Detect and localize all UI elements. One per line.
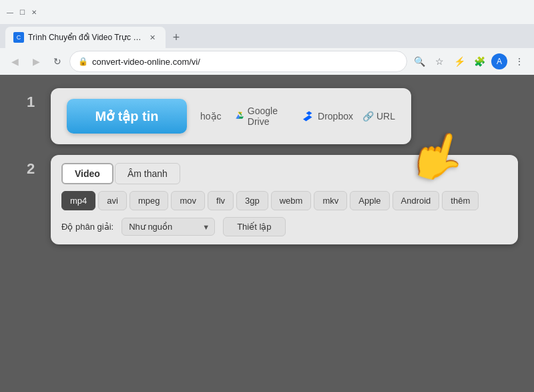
- puzzle-icon[interactable]: 🧩: [470, 52, 489, 71]
- url-link-label: URL: [376, 111, 395, 122]
- extension1-icon[interactable]: ⚡: [450, 52, 469, 71]
- or-text: hoặc: [200, 111, 222, 122]
- open-file-button[interactable]: Mở tập tin: [67, 99, 187, 134]
- format-3gp[interactable]: 3gp: [236, 191, 268, 210]
- dropbox-icon: [303, 110, 315, 122]
- resolution-label: Độ phân giải:: [61, 222, 113, 232]
- tab-close-button[interactable]: ✕: [147, 32, 158, 43]
- google-drive-label: Google Drive: [248, 106, 294, 127]
- maximize-button[interactable]: ☐: [17, 7, 27, 17]
- step2-number: 2: [27, 160, 40, 178]
- format-apple[interactable]: Apple: [350, 191, 389, 210]
- search-icon[interactable]: 🔍: [410, 52, 429, 71]
- dropbox-link[interactable]: Dropbox: [303, 110, 353, 122]
- format-mpeg[interactable]: mpeg: [129, 191, 169, 210]
- resolution-row: Độ phân giải: Như nguồn 1080p 720p 480p …: [61, 217, 507, 236]
- tab-title: Trình Chuyển đổi Video Trực tuy...: [28, 33, 143, 42]
- refresh-button[interactable]: ↻: [48, 52, 67, 71]
- format-buttons: mp4 avi mpeg mov flv 3gp webm mkv Apple …: [61, 191, 507, 210]
- tab-favicon: C: [13, 32, 24, 43]
- url-link[interactable]: 🔗 URL: [362, 111, 395, 122]
- format-more[interactable]: thêm: [442, 191, 479, 210]
- minimize-button[interactable]: —: [5, 7, 15, 17]
- format-webm[interactable]: webm: [271, 191, 312, 210]
- file-open-panel: Mở tập tin hoặc Google Drive: [51, 88, 411, 144]
- url-text: convert-video-online.com/vi/: [92, 57, 200, 67]
- format-avi[interactable]: avi: [98, 191, 127, 210]
- active-tab[interactable]: C Trình Chuyển đổi Video Trực tuy... ✕: [5, 27, 166, 48]
- google-drive-link[interactable]: Google Drive: [235, 106, 294, 127]
- new-tab-button[interactable]: +: [167, 28, 186, 47]
- format-android[interactable]: Android: [392, 191, 440, 210]
- window-controls: — ☐ ✕: [5, 7, 39, 17]
- settings-button[interactable]: Thiết lập: [223, 217, 285, 236]
- toolbar-icons: 🔍 ☆ ⚡ 🧩 A ⋮: [410, 52, 529, 71]
- bookmark-icon[interactable]: ☆: [430, 52, 449, 71]
- menu-icon[interactable]: ⋮: [510, 52, 529, 71]
- address-bar: ◀ ▶ ↻ 🔒 convert-video-online.com/vi/ 🔍 ☆…: [0, 48, 534, 75]
- format-mkv[interactable]: mkv: [314, 191, 347, 210]
- close-button[interactable]: ✕: [29, 7, 39, 17]
- dropbox-label: Dropbox: [318, 111, 353, 122]
- tab-bar: C Trình Chuyển đổi Video Trực tuy... ✕ +: [0, 24, 534, 48]
- tab-video[interactable]: Video: [61, 163, 113, 184]
- format-mp4[interactable]: mp4: [61, 191, 95, 210]
- title-bar: — ☐ ✕: [0, 0, 534, 24]
- cloud-links: Google Drive Dropbox 🔗 URL: [235, 106, 395, 127]
- tab-audio[interactable]: Âm thanh: [115, 163, 180, 184]
- url-bar[interactable]: 🔒 convert-video-online.com/vi/: [69, 51, 407, 72]
- resolution-select[interactable]: Như nguồn 1080p 720p 480p 360p 240p: [121, 218, 215, 236]
- link-icon: 🔗: [362, 111, 374, 122]
- step1-number: 1: [27, 93, 40, 111]
- lock-icon: 🔒: [78, 57, 88, 66]
- page-content: 1 Mở tập tin hoặc Google Drive: [0, 75, 534, 392]
- google-drive-icon: [235, 110, 245, 122]
- avatar[interactable]: A: [490, 52, 509, 71]
- forward-button[interactable]: ▶: [27, 52, 45, 71]
- back-button[interactable]: ◀: [5, 52, 24, 71]
- format-mov[interactable]: mov: [171, 191, 205, 210]
- format-flv[interactable]: flv: [208, 191, 234, 210]
